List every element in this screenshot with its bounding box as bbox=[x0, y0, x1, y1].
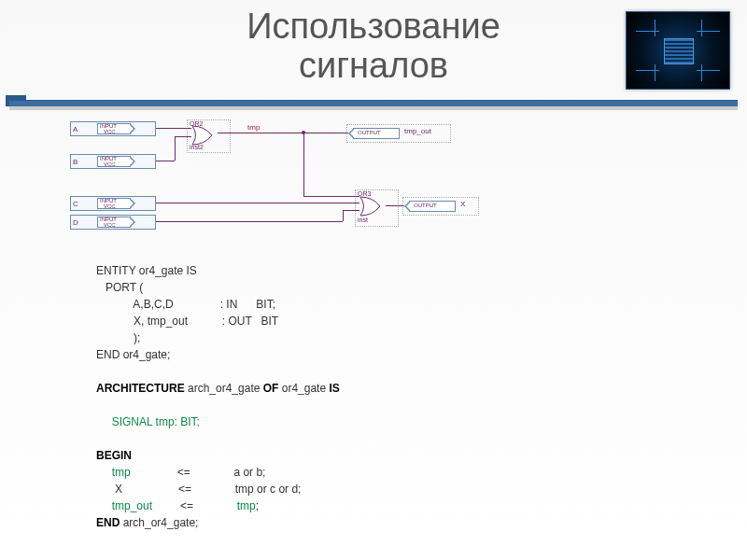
or-gate-icon bbox=[191, 125, 218, 146]
wire bbox=[303, 133, 304, 196]
node bbox=[302, 131, 305, 134]
wire bbox=[303, 196, 359, 197]
or-gate-icon bbox=[359, 196, 386, 217]
code-line: ENTITY or4_gate IS bbox=[96, 262, 668, 279]
title-line1: Использование bbox=[247, 7, 500, 46]
input-pin-a: A INPUT VCC bbox=[70, 121, 156, 136]
wire bbox=[156, 161, 175, 161]
code-line: ); bbox=[96, 329, 668, 346]
code-line: ARCHITECTURE arch_or4_gate OF or4_gate I… bbox=[96, 380, 668, 397]
wire bbox=[386, 205, 404, 206]
title-divider bbox=[9, 101, 738, 106]
decorative-chip-image bbox=[626, 11, 730, 90]
pin-label-c: C bbox=[73, 200, 78, 208]
code-blank bbox=[96, 430, 668, 447]
code-blank bbox=[96, 363, 668, 380]
code-line: A,B,C,D : IN BIT; bbox=[96, 296, 668, 313]
slide: Использование сигналов A INPUT VCC bbox=[0, 0, 747, 560]
pin-sub: VCC bbox=[104, 129, 116, 134]
code-line: X <= tmp or c or d; bbox=[96, 481, 668, 497]
code-line: BEGIN bbox=[96, 447, 668, 464]
pin-sub: VCC bbox=[104, 203, 116, 209]
wire bbox=[156, 203, 359, 203]
net-label-tmp: tmp bbox=[247, 123, 260, 132]
code-line: SIGNAL tmp: BIT; bbox=[96, 413, 668, 430]
code-line: X, tmp_out : OUT BIT bbox=[96, 313, 668, 329]
wire bbox=[343, 210, 359, 211]
wire bbox=[175, 136, 176, 161]
code-blank bbox=[96, 397, 668, 413]
schematic-diagram: A INPUT VCC B INPUT VCC C INPUT VCC bbox=[70, 121, 668, 257]
code-line: tmp <= a or b; bbox=[96, 464, 668, 481]
wire bbox=[156, 128, 191, 129]
output-box bbox=[402, 197, 479, 216]
wire bbox=[343, 210, 344, 221]
input-pin-d: D INPUT VCC bbox=[70, 215, 156, 230]
pin-label-a: A bbox=[73, 125, 78, 133]
input-pin-b: B INPUT VCC bbox=[70, 154, 156, 169]
code-line: tmp_out <= tmp; bbox=[96, 497, 668, 514]
title-line2: сигналов bbox=[299, 46, 448, 85]
code-line: END arch_or4_gate; bbox=[96, 514, 668, 531]
wire bbox=[175, 136, 191, 137]
pin-sub: VCC bbox=[104, 161, 116, 167]
pin-label-b: B bbox=[73, 158, 78, 166]
output-box bbox=[346, 124, 451, 143]
gate-or2-inst: inst2 bbox=[190, 144, 204, 150]
code-line: END or4_gate; bbox=[96, 346, 668, 363]
code-line: PORT ( bbox=[96, 279, 668, 296]
pin-sub: VCC bbox=[104, 222, 116, 228]
gate-or3-inst: inst bbox=[358, 217, 368, 223]
input-pin-c: C INPUT VCC bbox=[70, 196, 156, 211]
vhdl-code: ENTITY or4_gate IS PORT ( A,B,C,D : IN B… bbox=[96, 262, 668, 531]
wire bbox=[156, 221, 343, 222]
wire-tmp bbox=[218, 133, 348, 133]
pin-label-d: D bbox=[73, 218, 78, 227]
